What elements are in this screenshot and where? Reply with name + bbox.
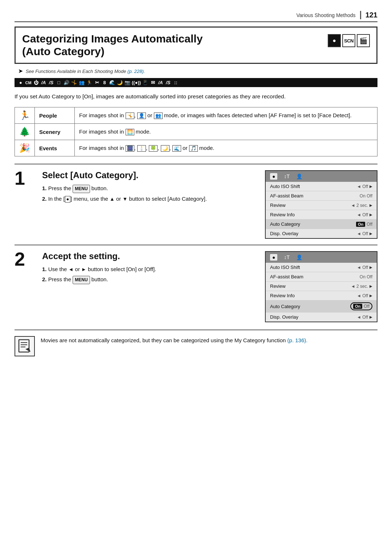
note-text: Movies are not automatically categorized… xyxy=(41,336,307,345)
right-arrow-btn: ► xyxy=(81,266,86,272)
description: If you set Auto Category to [On], images… xyxy=(15,92,377,101)
people-desc-cell: For images shot in 🤸, 👤 or 👥 mode, or im… xyxy=(75,107,377,124)
people-name-cell: People xyxy=(35,107,75,124)
mode-icon-portrait: 🤸 xyxy=(126,113,134,119)
mode-icon-underwater: 🎵 xyxy=(189,145,198,152)
strip-icon-20: /S xyxy=(165,80,171,85)
strip-icon-12: 8 xyxy=(101,80,108,85)
strip-icon-16: ((●)) xyxy=(132,80,141,85)
strip-icon-21: :: xyxy=(172,80,179,85)
menu-row-autoisoshift: Auto ISO Shift ◄ Off ▶ xyxy=(266,182,377,191)
step-2-instruction-2: 2. Press the MENU button. xyxy=(42,275,258,284)
step-1-number: 1 xyxy=(15,169,35,188)
cam-tab-camera: ● xyxy=(270,173,277,180)
mode-icon-group: 👥 xyxy=(154,113,163,119)
title-line2: (Auto Category) xyxy=(22,45,203,58)
camera-menu-1-header: ● ↕T 👤 xyxy=(266,171,377,182)
page: Various Shooting Methods 121 Categorizin… xyxy=(0,0,392,552)
strip-icon-6: □ xyxy=(56,80,62,85)
arrow-note: ➤ See Functions Available in Each Shooti… xyxy=(15,68,377,74)
camera-menu-2-header: ● ↕T 👤 xyxy=(266,252,377,263)
step-1-instruction-1: 1. Press the MENU button. xyxy=(42,184,258,193)
strip-icon-1: ● xyxy=(17,80,24,85)
step-2-number: 2 xyxy=(15,250,35,269)
events-name-cell: Events xyxy=(35,140,75,156)
menu-key-1[interactable]: MENU xyxy=(73,185,90,193)
people-label: People xyxy=(39,113,57,119)
note-link[interactable]: (p. 136). xyxy=(287,337,308,343)
strip-icon-19: /A xyxy=(157,80,164,85)
step-1-body: 1. Press the MENU button. 2. In the [●] … xyxy=(42,184,258,203)
mode-icon-aquarium: 🍀 xyxy=(149,145,158,152)
menu-row-autocategory-2: Auto Category On Off xyxy=(266,300,377,312)
strip-icon-7: 🔊 xyxy=(63,80,70,85)
menu-row-dispoverlay-1: Disp. Overlay ◄ Off ▶ xyxy=(266,229,377,238)
step-2-instruction-1: 1. Use the ◄ or ► button to select [On] … xyxy=(42,265,258,274)
note-icon xyxy=(15,336,35,356)
mode-icon-beach: 🌊 xyxy=(172,145,181,152)
step-1: 1 Select [Auto Category]. 1. Press the M… xyxy=(15,164,377,245)
strip-icon-3: ⏻ xyxy=(33,80,39,85)
camera-menu-1: ● ↕T 👤 Auto ISO Shift ◄ Off ▶ AF-assist … xyxy=(265,170,377,239)
step-1-content: Select [Auto Category]. 1. Press the MEN… xyxy=(42,170,258,205)
on-badge-2: On xyxy=(353,304,362,309)
arrow-note-link[interactable]: (p. 228). xyxy=(127,69,145,74)
strip-icon-14: 🌙 xyxy=(117,80,123,85)
page-number: 121 xyxy=(360,11,377,19)
oval-highlight: On Off xyxy=(350,302,372,310)
mode-icon-fireworks: 🎆 xyxy=(126,145,134,152)
strip-icon-13: 🌊 xyxy=(109,80,115,85)
menu-row-reviewinfo: Review Info ◄ Off ▶ xyxy=(266,210,377,220)
cam-tab-person-2: 👤 xyxy=(296,254,302,260)
step-2: 2 Accept the setting. 1. Use the ◄ or ► … xyxy=(15,245,377,328)
step-1-image: ● ↕T 👤 Auto ISO Shift ◄ Off ▶ AF-assist … xyxy=(265,170,377,239)
camera-menu-icon-1: ● xyxy=(65,196,71,203)
cam-tab-person: 👤 xyxy=(296,173,302,179)
menu-key-2[interactable]: MENU xyxy=(73,276,90,284)
mode-icon-face: 👤 xyxy=(137,113,146,119)
menu-row-autocategory-1: Auto Category On Off xyxy=(266,220,377,229)
section-label: Various Shooting Methods xyxy=(296,12,355,18)
menu-row-dispoverlay-2: Disp. Overlay ◄ Off ▶ xyxy=(266,312,377,322)
cam-tab-camera-2: ● xyxy=(270,254,277,261)
menu-row-afassistbeam: AF-assist Beam On Off xyxy=(266,191,377,201)
step-2-image: ● ↕T 👤 Auto ISO Shift ◄ Off ▶ AF-assist … xyxy=(265,251,377,322)
note-svg-icon xyxy=(17,339,32,353)
strip-icon-11: ✂ xyxy=(94,80,100,85)
mode-icon-scn: SCN xyxy=(342,34,355,47)
mode-icon-night: 🌙 xyxy=(161,145,170,152)
on-badge-1: On xyxy=(356,222,365,227)
menu-row-reviewinfo-2: Review Info ◄ Off ▶ xyxy=(266,291,377,300)
mode-strip: ● CM ⏻ /A /S □ 🔊 🤸 👥 🏃 ✂ 8 🌊 🌙 📷 ((●)) 📱… xyxy=(15,78,377,87)
table-row: 🎉 Events For images shot in 🎆, 🕯️, 🍀, 🌙,… xyxy=(15,140,377,156)
table-row: 🌲 Scenery For images shot in 🌅 mode. xyxy=(15,124,377,140)
strip-icon-5: /S xyxy=(48,80,54,85)
title-mode-icons: ● SCN 🎬 xyxy=(328,34,370,47)
mode-icon-movie: 🎬 xyxy=(357,34,370,47)
strip-icon-2: CM xyxy=(25,81,32,85)
strip-icon-10: 🏃 xyxy=(86,80,93,85)
left-arrow-btn: ◄ xyxy=(69,266,74,272)
events-icon-cell: 🎉 xyxy=(15,140,35,156)
strip-icon-9: 👥 xyxy=(78,80,85,85)
cam-tab-settings: ↕T xyxy=(284,173,290,179)
title-text: Categorizing Images Automatically (Auto … xyxy=(22,33,203,58)
step-1-title: Select [Auto Category]. xyxy=(42,170,258,180)
menu-row-afassistbeam-2: AF-assist Beam On Off xyxy=(266,272,377,282)
scenery-desc-cell: For images shot in 🌅 mode. xyxy=(75,124,377,140)
menu-row-review-2: Review ◄ 2 sec. ▶ xyxy=(266,282,377,291)
strip-icon-15: 📷 xyxy=(124,80,131,85)
step-1-instruction-2: 2. In the [●] menu, use the ▲ or ▼ butto… xyxy=(42,195,258,203)
title-section: Categorizing Images Automatically (Auto … xyxy=(15,26,377,64)
mode-icon-camera: ● xyxy=(328,34,341,47)
arrow-note-text: See Functions Available in Each Shooting… xyxy=(26,69,126,74)
step-2-body: 1. Use the ◄ or ► button to select [On] … xyxy=(42,265,258,284)
strip-icon-18: ✉ xyxy=(150,80,156,85)
title-line1: Categorizing Images Automatically xyxy=(22,33,203,45)
svg-marker-4 xyxy=(25,348,30,352)
scenery-name-cell: Scenery xyxy=(35,124,75,140)
arrow-icon: ➤ xyxy=(18,68,23,74)
note-box: Movies are not automatically categorized… xyxy=(15,330,377,356)
menu-row-review: Review ◄ 2 sec. ▶ xyxy=(266,201,377,210)
header-bar: Various Shooting Methods 121 xyxy=(15,11,377,22)
